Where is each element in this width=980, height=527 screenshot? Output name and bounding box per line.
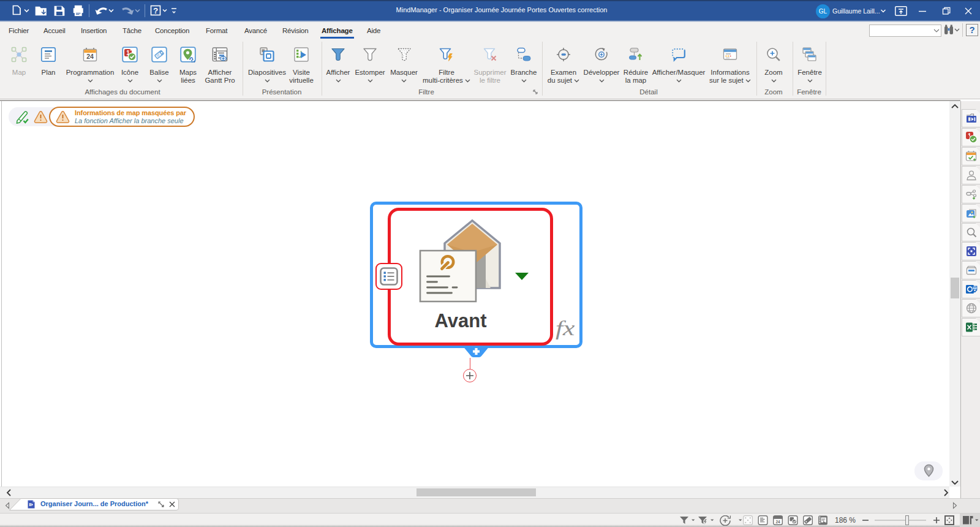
svg-text:24: 24 <box>86 53 94 60</box>
svg-text:24: 24 <box>775 520 780 524</box>
